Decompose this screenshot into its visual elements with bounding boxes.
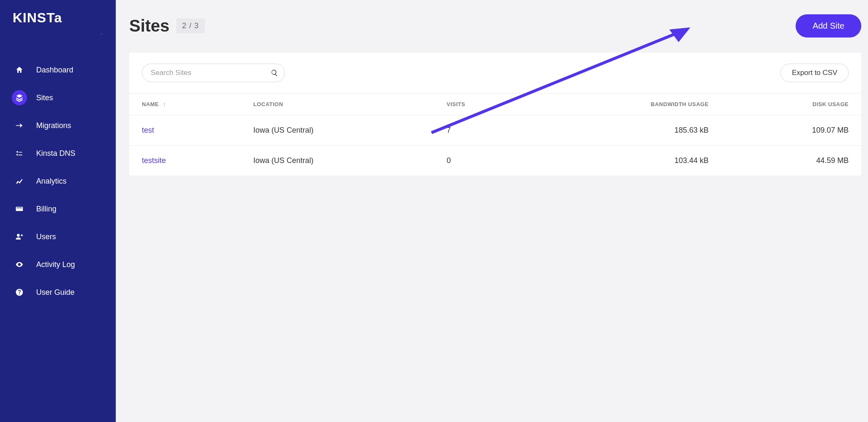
company-selector[interactable]: ˅ [0, 30, 116, 48]
col-header-label: NAME [142, 101, 159, 107]
chevron-down-icon: ˅ [100, 32, 103, 39]
cell-bandwidth: 103.44 kB [533, 146, 722, 176]
page-title: Sites [129, 16, 170, 35]
col-header-location[interactable]: LOCATION [241, 93, 434, 115]
cell-disk: 44.59 MB [721, 146, 861, 176]
table-row[interactable]: test Iowa (US Central) 7 185.63 kB 109.0… [129, 115, 861, 146]
cell-disk: 109.07 MB [721, 115, 861, 146]
col-header-disk[interactable]: DISK USAGE [721, 93, 861, 115]
sidebar-item-label: Kinsta DNS [36, 149, 104, 158]
site-count-badge: 2 / 3 [176, 19, 205, 33]
sidebar-item-guide[interactable]: User Guide [0, 278, 116, 306]
layers-icon [12, 90, 27, 105]
sidebar-item-analytics[interactable]: Analytics [0, 167, 116, 195]
home-icon [12, 62, 27, 77]
table-row[interactable]: testsite Iowa (US Central) 0 103.44 kB 4… [129, 146, 861, 176]
main-content: Sites 2 / 3 Add Site Export to CSV NAME … [116, 0, 868, 422]
cell-bandwidth: 185.63 kB [533, 115, 722, 146]
brand-logo: KINSTa [0, 10, 116, 30]
sidebar: KINSTa ˅ Dashboard Sites Migrations [0, 0, 116, 422]
search-input[interactable] [142, 64, 285, 82]
site-link[interactable]: testsite [142, 156, 166, 165]
card-toolbar: Export to CSV [129, 53, 861, 93]
col-header-bandwidth[interactable]: BANDWIDTH USAGE [533, 93, 722, 115]
help-icon [12, 285, 27, 300]
sidebar-item-billing[interactable]: Billing [0, 195, 116, 223]
col-header-name[interactable]: NAME ↑ [129, 93, 241, 115]
sidebar-item-label: User Guide [36, 288, 104, 297]
export-csv-button[interactable]: Export to CSV [780, 64, 849, 82]
sidebar-item-label: Dashboard [36, 66, 104, 75]
search-icon [271, 69, 278, 77]
sidebar-item-dashboard[interactable]: Dashboard [0, 56, 116, 84]
cell-visits: 7 [434, 115, 533, 146]
cell-location: Iowa (US Central) [241, 115, 434, 146]
site-link[interactable]: test [142, 126, 154, 134]
sites-card: Export to CSV NAME ↑ LOCATION VISITS BAN… [129, 53, 861, 176]
sidebar-nav: Dashboard Sites Migrations Kinsta DNS An… [0, 56, 116, 306]
search-wrap [142, 64, 285, 82]
sidebar-item-activity[interactable]: Activity Log [0, 251, 116, 278]
sidebar-item-label: Users [36, 232, 104, 241]
cell-visits: 0 [434, 146, 533, 176]
col-header-visits[interactable]: VISITS [434, 93, 533, 115]
sidebar-item-label: Analytics [36, 177, 104, 186]
sidebar-item-label: Billing [36, 205, 104, 214]
sidebar-item-dns[interactable]: Kinsta DNS [0, 139, 116, 167]
sidebar-item-label: Activity Log [36, 260, 104, 269]
sidebar-item-users[interactable]: Users [0, 223, 116, 251]
cell-location: Iowa (US Central) [241, 146, 434, 176]
sidebar-item-label: Sites [36, 93, 104, 102]
sort-arrow-icon: ↑ [163, 101, 166, 107]
users-icon [12, 229, 27, 244]
sidebar-item-label: Migrations [36, 121, 104, 130]
sidebar-item-migrations[interactable]: Migrations [0, 112, 116, 139]
page-header: Sites 2 / 3 Add Site [129, 14, 861, 37]
analytics-icon [12, 174, 27, 189]
billing-icon [12, 201, 27, 216]
migrate-icon [12, 118, 27, 133]
sidebar-item-sites[interactable]: Sites [0, 84, 116, 112]
dns-icon [12, 146, 27, 161]
title-wrap: Sites 2 / 3 [129, 16, 205, 35]
add-site-button[interactable]: Add Site [796, 14, 861, 37]
eye-icon [12, 257, 27, 272]
sites-table: NAME ↑ LOCATION VISITS BANDWIDTH USAGE D… [129, 93, 861, 176]
